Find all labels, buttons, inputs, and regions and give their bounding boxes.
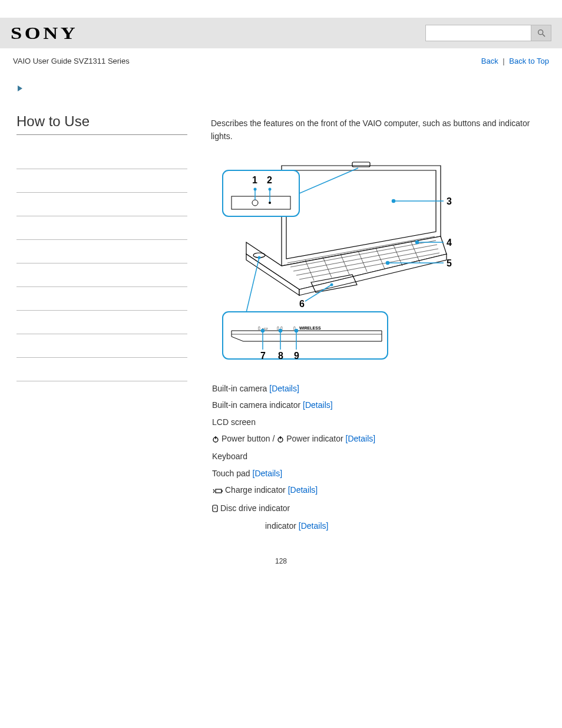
sub-header: VAIO User Guide SVZ1311 Series Back | Ba…	[0, 48, 562, 70]
feature-row: LCD screen	[212, 416, 549, 429]
brand-logo: SONY	[11, 23, 78, 43]
svg-rect-17	[232, 196, 290, 209]
feature-label: Built-in camera indicator	[212, 400, 300, 410]
svg-point-41	[262, 329, 265, 332]
callout-1: 1	[252, 175, 257, 185]
feature-label: Power indicator	[286, 434, 343, 443]
feature-row: Keyboard	[212, 450, 549, 463]
callout-6: 6	[299, 299, 305, 309]
feature-label: Built-in camera	[212, 384, 267, 393]
feature-label: LCD screen	[212, 417, 256, 427]
feature-row: Built-in camera indicator [Details]	[212, 398, 549, 411]
svg-point-23	[269, 187, 272, 190]
power-icon	[212, 433, 219, 446]
sidebar-item[interactable]	[16, 334, 187, 358]
laptop-diagram: 1 2 3 4 5	[211, 154, 452, 368]
breadcrumb: VAIO User Guide SVZ1311 Series	[13, 57, 130, 65]
feature-row: Power button / Power indicator [Details]	[212, 432, 549, 446]
svg-point-32	[330, 283, 333, 286]
search-input[interactable]	[425, 25, 531, 41]
callout-2: 2	[267, 175, 272, 185]
feature-row: indicator [Details]	[212, 519, 549, 532]
sidebar-title: How to Use	[16, 113, 187, 130]
details-link[interactable]: [Details]	[269, 384, 299, 393]
sidebar-item[interactable]	[16, 287, 187, 311]
chevron-right-icon	[16, 83, 25, 95]
arrow-row	[0, 70, 562, 95]
svg-point-21	[254, 187, 257, 190]
back-link[interactable]: Back	[481, 57, 498, 65]
callout-9: 9	[294, 351, 299, 361]
feature-label: Charge indicator	[225, 485, 286, 495]
details-link[interactable]: [Details]	[288, 485, 318, 495]
sidebar-item[interactable]	[16, 311, 187, 334]
sidebar-rule	[16, 134, 187, 135]
svg-point-43	[279, 329, 282, 332]
svg-point-30	[386, 261, 389, 264]
svg-point-0	[538, 30, 543, 35]
callout-3: 3	[447, 196, 452, 206]
feature-label: Keyboard	[212, 452, 247, 461]
sidebar-item[interactable]	[16, 216, 187, 240]
feature-row: Touch pad [Details]	[212, 467, 549, 480]
callout-4: 4	[447, 238, 452, 248]
charge-icon	[212, 485, 223, 498]
svg-point-45	[295, 329, 298, 332]
intro-text: Describes the features on the front of t…	[211, 117, 549, 143]
back-to-top-link[interactable]: Back to Top	[509, 57, 549, 65]
feature-list: Built-in camera [Details] Built-in camer…	[211, 382, 549, 533]
feature-label: indicator	[265, 521, 296, 531]
svg-rect-50	[216, 489, 222, 493]
search-box	[425, 25, 551, 41]
sidebar-item[interactable]	[16, 169, 187, 193]
details-link[interactable]: [Details]	[303, 400, 333, 410]
power-icon	[277, 433, 284, 446]
details-link[interactable]: [Details]	[299, 521, 329, 531]
callout-8: 8	[278, 351, 283, 361]
feature-label: Disc drive indicator	[220, 503, 290, 513]
details-link[interactable]: [Details]	[346, 434, 376, 443]
feature-label: Power button /	[222, 434, 277, 443]
svg-rect-51	[222, 490, 223, 492]
svg-point-53	[214, 508, 216, 509]
svg-line-1	[543, 34, 545, 37]
search-icon	[537, 28, 546, 38]
wireless-label: WIRELESS	[299, 326, 321, 330]
top-bar: SONY	[0, 18, 562, 48]
details-link[interactable]: [Details]	[253, 469, 283, 478]
page-number: 128	[0, 557, 562, 565]
sidebar: How to Use	[16, 113, 187, 536]
callout-5: 5	[447, 258, 452, 268]
feature-row: Disc drive indicator	[212, 502, 549, 516]
nav-links: Back | Back to Top	[481, 57, 549, 65]
disc-icon	[212, 503, 218, 516]
sidebar-item[interactable]	[16, 146, 187, 169]
feature-row: Charge indicator [Details]	[212, 483, 549, 498]
svg-point-34	[258, 256, 261, 259]
feature-row: Built-in camera [Details]	[212, 382, 549, 395]
main-content: Describes the features on the front of t…	[211, 113, 549, 536]
svg-point-19	[269, 202, 271, 204]
sidebar-item[interactable]	[16, 358, 187, 381]
feature-label: Touch pad	[212, 469, 250, 478]
svg-point-28	[416, 241, 419, 243]
svg-point-26	[392, 199, 395, 202]
search-button[interactable]	[531, 25, 551, 41]
sidebar-item[interactable]	[16, 263, 187, 287]
sidebar-item[interactable]	[16, 193, 187, 216]
callout-7: 7	[260, 351, 266, 361]
sidebar-item[interactable]	[16, 240, 187, 263]
separator: |	[503, 57, 504, 65]
